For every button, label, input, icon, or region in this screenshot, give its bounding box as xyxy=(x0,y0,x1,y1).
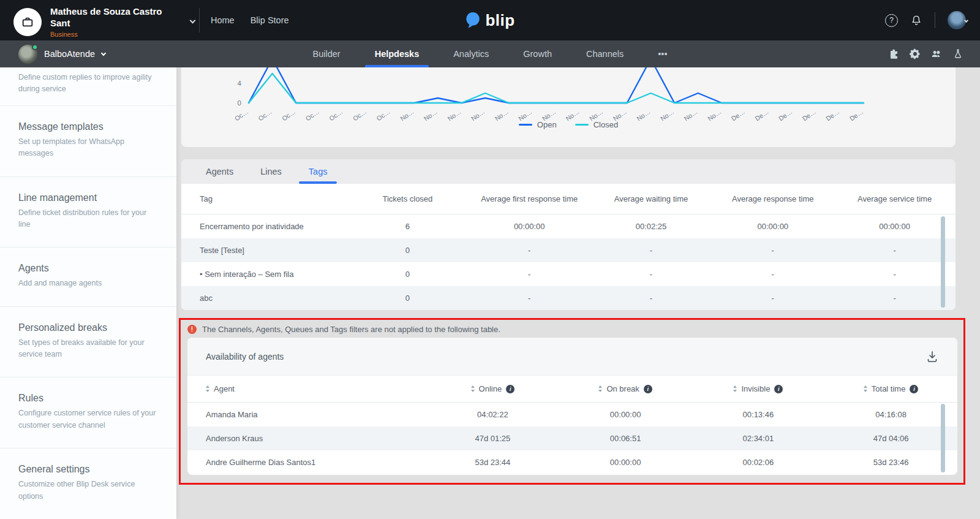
legend-label: Open xyxy=(537,120,557,129)
table-cell: - xyxy=(834,294,956,303)
column-header-average-response-time: Average response time xyxy=(712,194,834,203)
table-cell: Amanda Maria xyxy=(187,410,426,419)
puzzle-icon[interactable] xyxy=(888,48,900,60)
table-cell: 0 xyxy=(347,294,469,303)
availability-title: Availability of agents xyxy=(206,352,284,362)
notice-text: The Channels, Agents, Queues and Tags fi… xyxy=(202,325,500,334)
download-icon[interactable] xyxy=(923,347,941,366)
metrics-tabs: AgentsLinesTags xyxy=(181,159,956,184)
user-menu[interactable] xyxy=(948,11,968,29)
table-cell: Anderson Kraus xyxy=(187,434,426,443)
nav-tab-channels[interactable]: Channels xyxy=(582,40,627,67)
table-cell: 04:16:08 xyxy=(824,410,957,419)
sidebar-item-title: Message templates xyxy=(18,121,159,132)
flask-icon[interactable] xyxy=(952,48,964,60)
sidebar-item-line-management[interactable]: Line managementDefine ticket distributio… xyxy=(0,177,176,248)
sortable-column-header-agent[interactable]: Agent xyxy=(187,384,426,393)
bell-icon[interactable] xyxy=(910,14,922,26)
exclamation-circle-icon: ! xyxy=(187,325,197,334)
nav-tab-growth[interactable]: Growth xyxy=(519,40,556,67)
sortable-column-header-online[interactable]: Onlinei xyxy=(426,384,559,393)
info-icon[interactable]: i xyxy=(644,385,652,393)
availability-card: Availability of agents AgentOnlineiOn br… xyxy=(187,338,957,475)
sortable-column-header-on-break[interactable]: On breaki xyxy=(559,384,692,393)
sidebar-item-personalized-breaks[interactable]: Personalized breaksSet types of breaks a… xyxy=(0,307,176,378)
tab-tags[interactable]: Tags xyxy=(304,159,333,184)
column-header-tickets-closed: Tickets closed xyxy=(347,194,469,203)
table-cell: - xyxy=(590,246,712,255)
y-axis-tick: 4 xyxy=(238,80,242,87)
chevron-down-icon xyxy=(190,18,196,24)
nav-tab-analytics[interactable]: Analytics xyxy=(450,40,492,67)
tags-table-card: TagTickets closedAverage first response … xyxy=(181,184,956,310)
help-icon[interactable]: ? xyxy=(885,14,898,27)
agents-table-scrollbar[interactable] xyxy=(941,404,945,472)
table-cell: - xyxy=(834,246,956,255)
sidebar-item-general-settings[interactable]: General settingsCustomize other Blip Des… xyxy=(0,449,176,519)
info-icon[interactable]: i xyxy=(910,385,918,393)
people-icon[interactable] xyxy=(930,48,943,60)
column-header-average-waiting-time: Average waiting time xyxy=(590,194,712,203)
table-cell: Teste [Teste] xyxy=(181,246,347,255)
nav-tab-item[interactable]: ••• xyxy=(654,40,671,67)
sort-arrows-icon xyxy=(206,385,209,392)
info-icon[interactable]: i xyxy=(506,385,514,393)
table-row: Anderson Kraus47d 01:2500:06:5102:34:014… xyxy=(187,426,957,450)
agents-table-body: Amanda Maria04:02:2200:00:0000:13:4604:1… xyxy=(187,403,957,474)
gear-icon[interactable] xyxy=(909,48,921,60)
series-line-closed xyxy=(249,74,864,103)
nav-tab-builder[interactable]: Builder xyxy=(309,40,344,67)
sidebar-item-message-templates[interactable]: Message templatesSet up templates for Wh… xyxy=(0,106,176,177)
settings-sidebar: Define custom replies to improve agility… xyxy=(0,67,176,519)
table-cell: 00:06:51 xyxy=(559,434,692,443)
table-cell: 00:02:06 xyxy=(692,458,825,467)
table-cell: 00:00:00 xyxy=(712,222,834,231)
chart-legend: OpenClosed xyxy=(181,120,956,129)
briefcase-icon xyxy=(13,8,42,36)
column-header-tag: Tag xyxy=(181,194,347,203)
topbar-link-home[interactable]: Home xyxy=(211,15,235,25)
sidebar-item-agents[interactable]: AgentsAdd and manage agents xyxy=(0,248,176,306)
table-cell: - xyxy=(590,270,712,279)
table-row: Teste [Teste]0---- xyxy=(181,238,956,262)
sort-arrows-icon xyxy=(864,385,867,392)
account-switcher[interactable]: Matheus de Souza Castro Sant Business xyxy=(13,6,195,38)
sidebar-item-desc: Define ticket distribution rules for you… xyxy=(18,207,159,231)
info-icon[interactable]: i xyxy=(774,385,783,393)
sidebar-item-define-custo[interactable]: Define custom replies to improve agility… xyxy=(0,67,176,106)
sortable-column-header-total-time[interactable]: Total timei xyxy=(824,384,957,393)
bot-nav-tabs: BuilderHelpdesksAnalyticsGrowthChannels•… xyxy=(0,40,980,67)
table-cell: 00:00:00 xyxy=(834,222,956,231)
table-cell: - xyxy=(834,270,956,279)
table-cell: - xyxy=(590,294,712,303)
legend-label: Closed xyxy=(594,120,618,129)
table-cell: 0 xyxy=(347,246,469,255)
topbar-link-blip-store[interactable]: Blip Store xyxy=(251,15,289,25)
sort-arrows-icon xyxy=(598,385,602,392)
filters-notice: ! The Channels, Agents, Queues and Tags … xyxy=(187,325,500,334)
nav-tab-helpdesks[interactable]: Helpdesks xyxy=(371,40,423,67)
sidebar-item-rules[interactable]: RulesConfigure customer service rules of… xyxy=(0,377,176,449)
availability-header: Availability of agents xyxy=(187,338,957,376)
sidebar-item-title: General settings xyxy=(18,464,159,475)
tags-table-header: TagTickets closedAverage first response … xyxy=(181,184,956,214)
chevron-down-icon xyxy=(964,18,968,22)
tags-table-body: Encerramento por inatividade600:00:0000:… xyxy=(181,214,956,310)
tab-agents[interactable]: Agents xyxy=(201,159,238,184)
divider xyxy=(935,12,935,28)
table-row: • Sem interação – Sem fila0---- xyxy=(181,262,956,286)
table-cell: 47d 01:25 xyxy=(426,434,559,443)
tab-lines[interactable]: Lines xyxy=(255,159,287,184)
legend-item-closed: Closed xyxy=(575,120,618,129)
tags-table-scrollbar[interactable] xyxy=(941,216,945,308)
tickets-chart-card: 04Oc…Oc…Oc…Oc…Oc…Oc…Oc…No…No…No…No…No…No… xyxy=(181,67,956,147)
sortable-column-header-invisible[interactable]: Invisiblei xyxy=(692,384,825,393)
sidebar-item-title: Personalized breaks xyxy=(18,322,159,333)
blip-logo-text: blip xyxy=(485,11,514,30)
column-label: Invisible xyxy=(741,384,770,393)
table-cell: 53d 23:44 xyxy=(426,458,559,467)
legend-item-open: Open xyxy=(519,120,557,129)
table-cell: 0 xyxy=(347,270,469,279)
table-cell: - xyxy=(469,294,590,303)
sidebar-item-desc: Add and manage agents xyxy=(18,278,159,289)
